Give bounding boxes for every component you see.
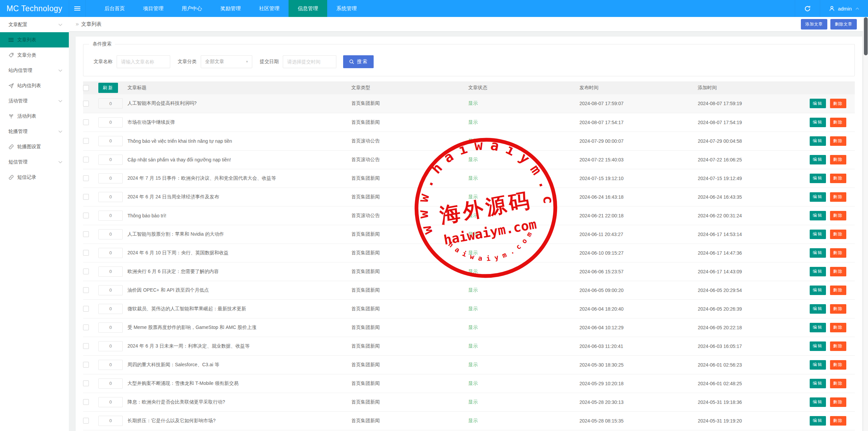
row-checkbox[interactable] bbox=[83, 175, 89, 181]
sidebar-toggle-button[interactable] bbox=[69, 0, 86, 17]
sort-order-input[interactable]: 0 bbox=[98, 267, 123, 277]
row-checkbox[interactable] bbox=[83, 213, 89, 218]
main-menu-item[interactable]: 奖励管理 bbox=[211, 0, 250, 17]
row-checkbox[interactable] bbox=[83, 287, 89, 293]
sort-order-input[interactable]: 0 bbox=[98, 341, 123, 351]
edit-button[interactable]: 编辑 bbox=[810, 379, 826, 388]
edit-button[interactable]: 编辑 bbox=[810, 99, 826, 108]
sidebar-item[interactable]: 轮播管理 bbox=[0, 124, 69, 139]
edit-button[interactable]: 编辑 bbox=[810, 248, 826, 258]
row-checkbox[interactable] bbox=[83, 250, 89, 256]
delete-button[interactable]: 删除 bbox=[830, 136, 846, 146]
edit-button[interactable]: 编辑 bbox=[810, 230, 826, 239]
delete-button[interactable]: 删除 bbox=[830, 323, 846, 332]
table-refresh-button[interactable]: 刷新 bbox=[98, 83, 118, 93]
sort-order-input[interactable]: 0 bbox=[98, 397, 123, 407]
sort-order-input[interactable]: 0 bbox=[98, 378, 123, 389]
sort-order-input[interactable]: 0 bbox=[98, 192, 123, 202]
sidebar-item[interactable]: 轮播图设置 bbox=[0, 139, 69, 154]
refresh-button[interactable] bbox=[795, 0, 820, 17]
scrollbar-thumb[interactable] bbox=[864, 17, 868, 55]
row-checkbox[interactable] bbox=[83, 157, 89, 162]
sidebar-item[interactable]: 文章配置 bbox=[0, 17, 69, 32]
sort-order-input[interactable]: 0 bbox=[98, 416, 123, 426]
delete-button[interactable]: 删除 bbox=[830, 230, 846, 239]
edit-button[interactable]: 编辑 bbox=[810, 341, 826, 351]
delete-button[interactable]: 删除 bbox=[830, 99, 846, 108]
search-button[interactable]: 搜索 bbox=[343, 55, 374, 68]
row-checkbox[interactable] bbox=[83, 101, 89, 106]
page-scrollbar[interactable] bbox=[863, 17, 868, 431]
edit-button[interactable]: 编辑 bbox=[810, 360, 826, 370]
edit-button[interactable]: 编辑 bbox=[810, 397, 826, 407]
main-menu-item[interactable]: 社区管理 bbox=[250, 0, 289, 17]
sort-order-input[interactable]: 0 bbox=[98, 304, 123, 314]
sort-order-input[interactable]: 0 bbox=[98, 285, 123, 295]
sort-order-input[interactable]: 0 bbox=[98, 360, 123, 370]
sort-order-input[interactable]: 0 bbox=[98, 211, 123, 221]
sidebar-item[interactable]: 短信管理 bbox=[0, 154, 69, 170]
row-checkbox[interactable] bbox=[83, 343, 89, 349]
row-checkbox[interactable] bbox=[83, 380, 89, 386]
main-menu-item[interactable]: 后台首页 bbox=[95, 0, 134, 17]
row-checkbox[interactable] bbox=[83, 231, 89, 237]
sort-order-input[interactable]: 0 bbox=[98, 173, 123, 183]
row-checkbox[interactable] bbox=[83, 194, 89, 200]
sidebar-item[interactable]: 短信记录 bbox=[0, 170, 69, 185]
sidebar-item[interactable]: 活动管理 bbox=[0, 93, 69, 109]
delete-button[interactable]: 删除 bbox=[830, 155, 846, 164]
row-checkbox[interactable] bbox=[83, 399, 89, 405]
sort-order-input[interactable]: 0 bbox=[98, 136, 123, 146]
sort-order-input[interactable]: 0 bbox=[98, 248, 123, 258]
delete-button[interactable]: 删除 bbox=[830, 304, 846, 314]
article-category-select[interactable]: 全部文章 ▼ bbox=[201, 55, 252, 68]
select-all-checkbox[interactable] bbox=[83, 85, 89, 91]
sidebar-item[interactable]: 文章列表 bbox=[0, 32, 69, 47]
edit-button[interactable]: 编辑 bbox=[810, 211, 826, 220]
sidebar-item[interactable]: 文章分类 bbox=[0, 47, 69, 63]
add-article-button[interactable]: 添加文章 bbox=[801, 19, 827, 30]
row-checkbox[interactable] bbox=[83, 269, 89, 274]
sort-order-input[interactable]: 0 bbox=[98, 229, 123, 239]
sort-order-input[interactable]: 0 bbox=[98, 322, 123, 333]
submit-date-input[interactable] bbox=[283, 55, 336, 68]
row-checkbox[interactable] bbox=[83, 362, 89, 368]
delete-button[interactable]: 删除 bbox=[830, 211, 846, 220]
main-menu-item[interactable]: 项目管理 bbox=[134, 0, 173, 17]
sort-order-input[interactable]: 0 bbox=[98, 117, 123, 128]
row-checkbox[interactable] bbox=[83, 306, 89, 312]
delete-button[interactable]: 删除 bbox=[830, 397, 846, 407]
delete-button[interactable]: 删除 bbox=[830, 118, 846, 127]
row-checkbox[interactable] bbox=[83, 418, 89, 424]
delete-button[interactable]: 删除 bbox=[830, 341, 846, 351]
delete-button[interactable]: 删除 bbox=[830, 267, 846, 276]
main-menu-item[interactable]: 用户中心 bbox=[173, 0, 211, 17]
row-checkbox[interactable] bbox=[83, 138, 89, 144]
edit-button[interactable]: 编辑 bbox=[810, 304, 826, 314]
edit-button[interactable]: 编辑 bbox=[810, 286, 826, 295]
edit-button[interactable]: 编辑 bbox=[810, 192, 826, 202]
edit-button[interactable]: 编辑 bbox=[810, 174, 826, 183]
delete-button[interactable]: 删除 bbox=[830, 174, 846, 183]
article-name-input[interactable] bbox=[117, 55, 170, 68]
sidebar-item[interactable]: 站内信管理 bbox=[0, 63, 69, 78]
sort-order-input[interactable]: 0 bbox=[98, 155, 123, 165]
main-menu-item[interactable]: 信息管理 bbox=[289, 0, 327, 17]
main-menu-item[interactable]: 系统管理 bbox=[327, 0, 366, 17]
delete-button[interactable]: 删除 bbox=[830, 192, 846, 202]
row-checkbox[interactable] bbox=[83, 119, 89, 125]
edit-button[interactable]: 编辑 bbox=[810, 155, 826, 164]
delete-button[interactable]: 删除 bbox=[830, 248, 846, 258]
sidebar-item[interactable]: 站内信列表 bbox=[0, 78, 69, 93]
delete-button[interactable]: 删除 bbox=[830, 360, 846, 370]
delete-article-button[interactable]: 删除文章 bbox=[830, 19, 857, 30]
edit-button[interactable]: 编辑 bbox=[810, 267, 826, 276]
edit-button[interactable]: 编辑 bbox=[810, 323, 826, 332]
sidebar-item[interactable]: 活动列表 bbox=[0, 109, 69, 124]
sort-order-input[interactable]: 0 bbox=[98, 98, 123, 109]
edit-button[interactable]: 编辑 bbox=[810, 416, 826, 426]
row-checkbox[interactable] bbox=[83, 325, 89, 330]
edit-button[interactable]: 编辑 bbox=[810, 118, 826, 127]
delete-button[interactable]: 删除 bbox=[830, 379, 846, 388]
edit-button[interactable]: 编辑 bbox=[810, 136, 826, 146]
